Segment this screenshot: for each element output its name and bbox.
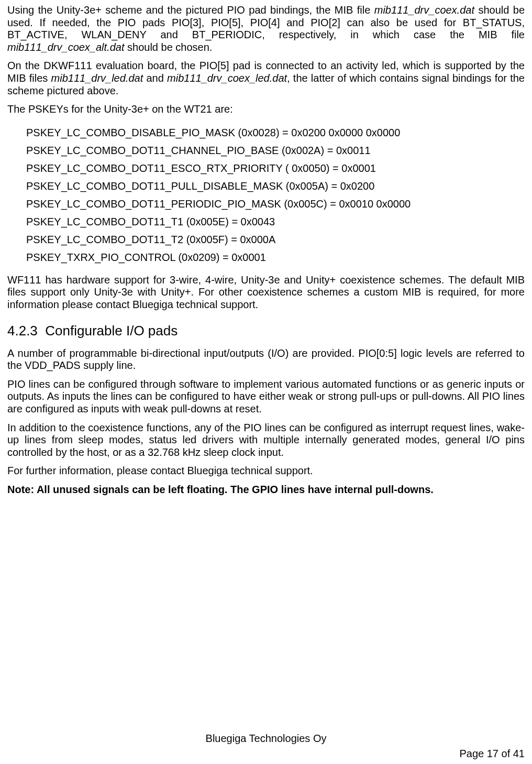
filename-mib-coex-alt: mib111_drv_coex_alt.dat [7, 41, 124, 53]
pskey-list: PSKEY_LC_COMBO_DISABLE_PIO_MASK (0x0028)… [26, 127, 525, 263]
heading-title: Configurable I/O pads [45, 323, 178, 339]
paragraph-io-intro: A number of programmable bi-directional … [7, 347, 525, 372]
filename-mib-coex: mib111_drv_coex.dat [374, 4, 474, 16]
text-p2-and: and [143, 72, 167, 84]
pskey-line: PSKEY_LC_COMBO_DOT11_PERIODIC_PIO_MASK (… [26, 199, 525, 209]
filename-mib-led: mib111_drv_led.dat [51, 72, 143, 84]
paragraph-io-functions: In addition to the coexistence functions… [7, 422, 525, 459]
pskey-line: PSKEY_LC_COMBO_DISABLE_PIO_MASK (0x0028)… [26, 127, 525, 138]
pskey-line: PSKEY_LC_COMBO_DOT11_T1 (0x005E) = 0x004… [26, 216, 525, 227]
paragraph-pskeys-intro: The PSKEYs for the Unity-3e+ on the WT21… [7, 103, 525, 116]
paragraph-dkwf111: On the DKWF111 evaluation board, the PIO… [7, 60, 525, 97]
pskey-line: PSKEY_LC_COMBO_DOT11_PULL_DISABLE_MASK (… [26, 181, 525, 191]
pskey-line: PSKEY_TXRX_PIO_CONTROL (0x0209) = 0x0001 [26, 252, 525, 263]
heading-configurable-io: 4.2.3 Configurable I/O pads [7, 323, 525, 339]
footer-company: Bluegiga Technologies Oy [7, 733, 525, 745]
paragraph-io-config: PIO lines can be configured through soft… [7, 378, 525, 416]
pskey-line: PSKEY_LC_COMBO_DOT11_ESCO_RTX_PRIORITY (… [26, 163, 525, 173]
page-footer: Bluegiga Technologies Oy Page 17 of 41 [7, 733, 525, 760]
paragraph-contact-support: For further information, please contact … [7, 465, 525, 477]
heading-number: 4.2.3 [7, 323, 38, 339]
paragraph-mib-files: Using the Unity-3e+ scheme and the pictu… [7, 4, 525, 53]
pskey-line: PSKEY_LC_COMBO_DOT11_CHANNEL_PIO_BASE (0… [26, 145, 525, 156]
text-p1a: Using the Unity-3e+ scheme and the pictu… [7, 4, 374, 16]
text-p1c: should be chosen. [124, 41, 212, 53]
filename-mib-coex-led: mib111_drv_coex_led.dat [167, 72, 287, 84]
pskey-line: PSKEY_LC_COMBO_DOT11_T2 (0x005F) = 0x000… [26, 234, 525, 245]
paragraph-wf111-schemes: WF111 has hardware support for 3-wire, 4… [7, 274, 525, 311]
footer-page-number: Page 17 of 41 [7, 748, 525, 760]
paragraph-note-floating: Note: All unused signals can be left flo… [7, 484, 525, 496]
